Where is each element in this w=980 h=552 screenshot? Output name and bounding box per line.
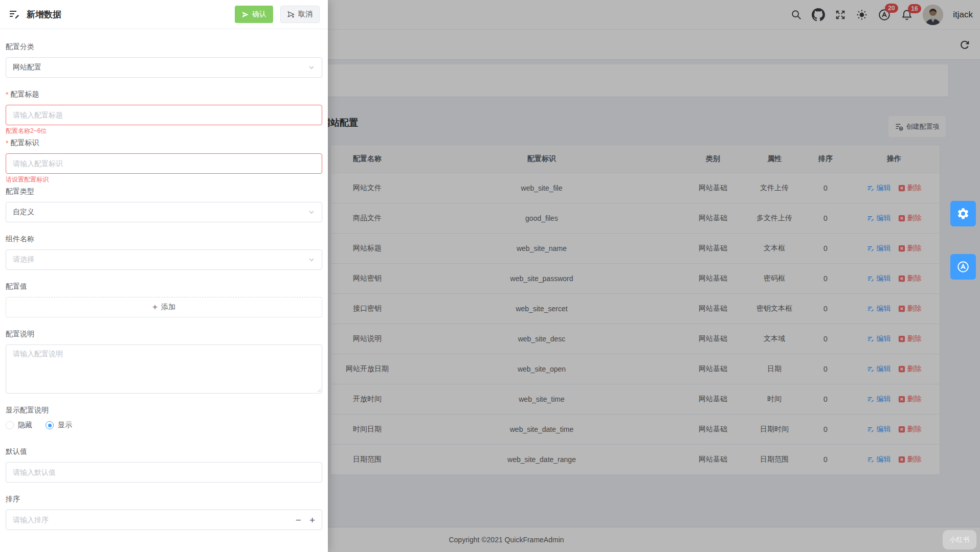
drawer-body: 配置分类 网站配置 * 配置标题 配置名称2~6位 * 配置标识 请设置配置标识… [0, 29, 328, 530]
form-edit-icon [8, 8, 20, 20]
radio-circle-selected-icon [46, 421, 54, 429]
drawer-header: 新增数据 确认 取消 [0, 0, 328, 29]
field-label-sort: 排序 [6, 495, 322, 504]
radio-circle-icon [6, 421, 14, 429]
sort-input[interactable] [13, 516, 292, 524]
config-title-input[interactable] [13, 111, 315, 119]
gear-icon [956, 207, 970, 220]
required-mark: * [6, 90, 8, 99]
field-label-default: 默认值 [6, 447, 322, 456]
radio-show[interactable]: 显示 [46, 421, 72, 430]
add-data-drawer: 新增数据 确认 取消 配置分类 网站配置 * 配置标题 配置名称2~6位 * 配… [0, 0, 328, 552]
send-icon [241, 11, 249, 18]
confirm-button[interactable]: 确认 [235, 6, 273, 23]
sort-input-wrap: − + [6, 510, 322, 530]
settings-float-button[interactable] [950, 201, 976, 226]
config-code-input[interactable] [13, 159, 315, 168]
default-value-input[interactable] [13, 468, 315, 476]
add-config-value-button[interactable]: + 添加 [6, 297, 322, 317]
config-description-textarea[interactable] [6, 345, 322, 391]
field-label-type: 配置类型 [6, 187, 322, 196]
show-desc-radio-group: 隐藏 显示 [6, 421, 322, 430]
cancel-button[interactable]: 取消 [280, 6, 320, 23]
config-type-select[interactable]: 自定义 [6, 202, 322, 222]
field-label-title: * 配置标题 [6, 90, 322, 99]
category-select[interactable]: 网站配置 [6, 57, 322, 78]
chevron-down-icon [308, 209, 315, 216]
field-label-value: 配置值 [6, 282, 322, 291]
config-title-input-wrap [6, 105, 322, 125]
appstore-float-button[interactable] [950, 254, 976, 280]
field-label-component: 组件名称 [6, 235, 322, 244]
plus-icon: + [152, 302, 158, 312]
field-label-code: * 配置标识 [6, 139, 322, 148]
field-label-show-desc: 显示配置说明 [6, 406, 322, 415]
config-code-input-wrap [6, 153, 322, 174]
radio-hide[interactable]: 隐藏 [6, 421, 32, 430]
chevron-down-icon [308, 256, 315, 263]
drawer-title: 新增数据 [27, 9, 235, 20]
decrement-button[interactable]: − [296, 515, 301, 525]
required-mark: * [6, 139, 8, 147]
title-error-message: 配置名称2~6位 [6, 127, 322, 135]
field-label-category: 配置分类 [6, 42, 322, 52]
component-select[interactable]: 请选择 [6, 249, 322, 270]
chevron-down-icon [308, 64, 315, 71]
code-error-message: 请设置配置标识 [6, 175, 322, 184]
send-cancel-icon [287, 11, 295, 18]
watermark-badge: 小红书 [943, 530, 976, 549]
default-value-input-wrap [6, 462, 322, 482]
increment-button[interactable]: + [309, 515, 315, 525]
field-label-description: 配置说明 [6, 330, 322, 339]
circle-a-icon [956, 260, 970, 273]
config-description-wrap [6, 344, 322, 394]
